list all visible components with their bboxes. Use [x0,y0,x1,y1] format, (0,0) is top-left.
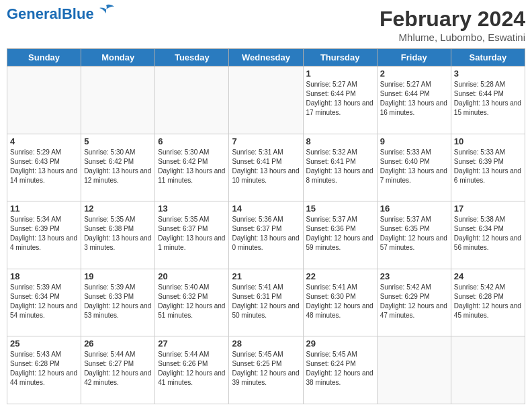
calendar-cell: 9Sunrise: 5:33 AM Sunset: 6:40 PM Daylig… [377,134,451,201]
days-header-row: SundayMondayTuesdayWednesdayThursdayFrid… [7,49,525,66]
page: GeneralBlue February 2024 Mhlume, Lubomb… [0,0,532,411]
day-header-friday: Friday [377,49,451,66]
calendar-cell: 17Sunrise: 5:38 AM Sunset: 6:34 PM Dayli… [451,201,525,269]
calendar-cell [81,66,155,134]
calendar-table: SundayMondayTuesdayWednesdayThursdayFrid… [7,48,525,404]
calendar-cell: 19Sunrise: 5:39 AM Sunset: 6:33 PM Dayli… [81,269,155,336]
week-row-4: 18Sunrise: 5:39 AM Sunset: 6:34 PM Dayli… [7,269,525,336]
day-info: Sunrise: 5:36 AM Sunset: 6:37 PM Dayligh… [232,215,300,253]
calendar-cell: 29Sunrise: 5:45 AM Sunset: 6:24 PM Dayli… [303,336,377,404]
week-row-1: 1Sunrise: 5:27 AM Sunset: 6:44 PM Daylig… [7,66,525,134]
week-row-5: 25Sunrise: 5:43 AM Sunset: 6:28 PM Dayli… [7,336,525,404]
day-number: 23 [380,271,448,281]
calendar-cell: 20Sunrise: 5:40 AM Sunset: 6:32 PM Dayli… [155,269,229,336]
calendar-cell: 8Sunrise: 5:32 AM Sunset: 6:41 PM Daylig… [303,134,377,201]
day-info: Sunrise: 5:27 AM Sunset: 6:44 PM Dayligh… [306,80,374,118]
logo: GeneralBlue [7,7,116,21]
calendar-cell: 15Sunrise: 5:37 AM Sunset: 6:36 PM Dayli… [303,201,377,269]
calendar-cell: 5Sunrise: 5:30 AM Sunset: 6:42 PM Daylig… [81,134,155,201]
day-info: Sunrise: 5:42 AM Sunset: 6:29 PM Dayligh… [380,283,448,320]
calendar-cell [377,336,451,404]
logo-blue: Blue [62,5,94,22]
day-number: 19 [84,271,152,281]
day-number: 13 [158,203,226,214]
day-info: Sunrise: 5:30 AM Sunset: 6:42 PM Dayligh… [158,148,226,185]
day-info: Sunrise: 5:37 AM Sunset: 6:36 PM Dayligh… [306,215,374,253]
calendar-subtitle: Mhlume, Lubombo, Eswatini [380,32,525,43]
day-info: Sunrise: 5:32 AM Sunset: 6:41 PM Dayligh… [306,148,374,185]
day-number: 4 [10,136,78,146]
day-number: 11 [10,203,78,214]
calendar-cell: 27Sunrise: 5:44 AM Sunset: 6:26 PM Dayli… [155,336,229,404]
day-number: 17 [454,203,522,214]
day-number: 16 [380,203,448,214]
calendar-cell: 4Sunrise: 5:29 AM Sunset: 6:43 PM Daylig… [7,134,81,201]
calendar-cell: 25Sunrise: 5:43 AM Sunset: 6:28 PM Dayli… [7,336,81,404]
calendar-cell: 16Sunrise: 5:37 AM Sunset: 6:35 PM Dayli… [377,201,451,269]
day-number: 14 [232,203,300,214]
title-block: February 2024 Mhlume, Lubombo, Eswatini [380,7,525,43]
day-info: Sunrise: 5:31 AM Sunset: 6:41 PM Dayligh… [232,148,300,185]
day-header-wednesday: Wednesday [229,49,303,66]
day-number: 21 [232,271,300,281]
calendar-cell: 11Sunrise: 5:34 AM Sunset: 6:39 PM Dayli… [7,201,81,269]
day-header-sunday: Sunday [7,49,81,66]
day-number: 29 [306,338,374,349]
calendar-cell: 7Sunrise: 5:31 AM Sunset: 6:41 PM Daylig… [229,134,303,201]
day-number: 27 [158,338,226,349]
day-number: 10 [454,136,522,146]
day-info: Sunrise: 5:45 AM Sunset: 6:24 PM Dayligh… [306,350,374,387]
calendar-title: February 2024 [380,7,525,32]
day-header-saturday: Saturday [451,49,525,66]
day-number: 12 [84,203,152,214]
day-info: Sunrise: 5:27 AM Sunset: 6:44 PM Dayligh… [380,80,448,118]
day-number: 3 [454,68,522,79]
day-info: Sunrise: 5:41 AM Sunset: 6:30 PM Dayligh… [306,283,374,320]
day-info: Sunrise: 5:41 AM Sunset: 6:31 PM Dayligh… [232,283,300,320]
day-number: 20 [158,271,226,281]
calendar-cell [155,66,229,134]
day-info: Sunrise: 5:28 AM Sunset: 6:44 PM Dayligh… [454,80,522,118]
header: GeneralBlue February 2024 Mhlume, Lubomb… [7,7,525,43]
calendar-cell: 14Sunrise: 5:36 AM Sunset: 6:37 PM Dayli… [229,201,303,269]
day-info: Sunrise: 5:33 AM Sunset: 6:39 PM Dayligh… [454,148,522,185]
day-info: Sunrise: 5:35 AM Sunset: 6:38 PM Dayligh… [84,215,152,253]
calendar-cell [229,66,303,134]
day-info: Sunrise: 5:39 AM Sunset: 6:33 PM Dayligh… [84,283,152,320]
calendar-cell: 3Sunrise: 5:28 AM Sunset: 6:44 PM Daylig… [451,66,525,134]
calendar-cell [7,66,81,134]
day-info: Sunrise: 5:40 AM Sunset: 6:32 PM Dayligh… [158,283,226,320]
day-number: 15 [306,203,374,214]
calendar-cell: 24Sunrise: 5:42 AM Sunset: 6:28 PM Dayli… [451,269,525,336]
calendar-cell: 18Sunrise: 5:39 AM Sunset: 6:34 PM Dayli… [7,269,81,336]
day-number: 28 [232,338,300,349]
day-number: 5 [84,136,152,146]
calendar-cell [451,336,525,404]
day-info: Sunrise: 5:35 AM Sunset: 6:37 PM Dayligh… [158,215,226,253]
day-info: Sunrise: 5:45 AM Sunset: 6:25 PM Dayligh… [232,350,300,387]
calendar-cell: 6Sunrise: 5:30 AM Sunset: 6:42 PM Daylig… [155,134,229,201]
week-row-2: 4Sunrise: 5:29 AM Sunset: 6:43 PM Daylig… [7,134,525,201]
day-number: 22 [306,271,374,281]
day-info: Sunrise: 5:37 AM Sunset: 6:35 PM Dayligh… [380,215,448,253]
day-number: 25 [10,338,78,349]
logo-text: GeneralBlue [7,7,94,21]
calendar-cell: 23Sunrise: 5:42 AM Sunset: 6:29 PM Dayli… [377,269,451,336]
calendar-cell: 26Sunrise: 5:44 AM Sunset: 6:27 PM Dayli… [81,336,155,404]
day-number: 26 [84,338,152,349]
week-row-3: 11Sunrise: 5:34 AM Sunset: 6:39 PM Dayli… [7,201,525,269]
logo-general: General [7,5,62,22]
day-info: Sunrise: 5:43 AM Sunset: 6:28 PM Dayligh… [10,350,78,387]
calendar-cell: 10Sunrise: 5:33 AM Sunset: 6:39 PM Dayli… [451,134,525,201]
day-number: 1 [306,68,374,79]
calendar-cell: 12Sunrise: 5:35 AM Sunset: 6:38 PM Dayli… [81,201,155,269]
day-number: 24 [454,271,522,281]
day-info: Sunrise: 5:44 AM Sunset: 6:27 PM Dayligh… [84,350,152,387]
day-header-thursday: Thursday [303,49,377,66]
day-number: 8 [306,136,374,146]
day-info: Sunrise: 5:29 AM Sunset: 6:43 PM Dayligh… [10,148,78,185]
day-number: 18 [10,271,78,281]
day-info: Sunrise: 5:38 AM Sunset: 6:34 PM Dayligh… [454,215,522,253]
day-info: Sunrise: 5:39 AM Sunset: 6:34 PM Dayligh… [10,283,78,320]
day-number: 2 [380,68,448,79]
